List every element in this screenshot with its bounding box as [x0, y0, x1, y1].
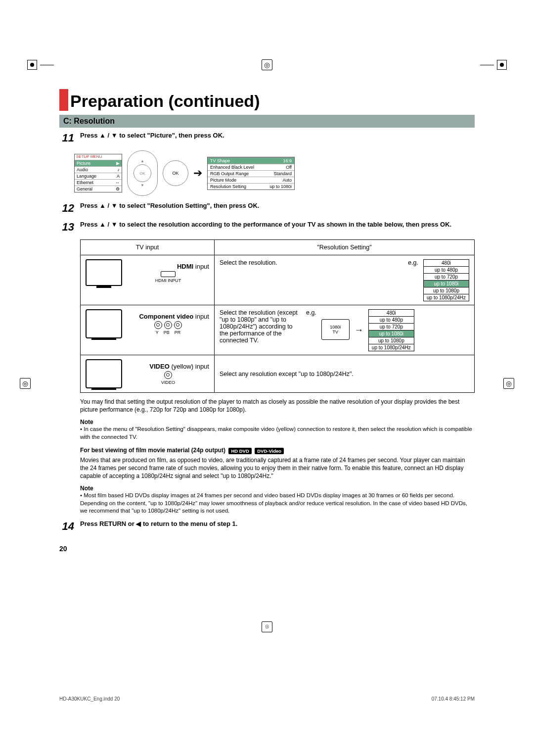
note-heading: Note	[80, 485, 475, 492]
connector-label: Y	[156, 330, 159, 335]
instruction-text: Select any resolution except "up to 1080…	[214, 355, 474, 393]
arrow-right-icon: ➔	[193, 167, 202, 180]
step-text: Press ▲ / ▼ to select the resolution acc…	[80, 221, 475, 228]
instruction-text: Select the resolution.	[220, 259, 403, 266]
resolution-option-selected: up to 1080i	[423, 280, 469, 287]
resolution-option: up to 480p	[368, 316, 414, 324]
crt-tv-icon	[86, 309, 122, 338]
resolution-option: up to 1080p	[423, 287, 469, 294]
page-title: Preparation (continued)	[59, 89, 475, 111]
setup-menu-item: General⚙	[75, 186, 122, 192]
film-heading: For best viewing of film movie material …	[80, 447, 225, 454]
remote-ok-icon: OK	[163, 160, 188, 186]
submenu-row: TV Shape16:9	[208, 157, 294, 164]
resolution-option: 480i	[423, 259, 469, 267]
submenu-row: Picture ModeAuto	[208, 177, 294, 183]
mini-tv-icon: 1080iTV	[321, 319, 350, 340]
step-number: 13	[59, 221, 74, 234]
step-number: 11	[59, 132, 74, 144]
eg-label: e.g.	[408, 259, 418, 266]
footer-left: HD-A30KUKC_Eng.indd 20	[59, 696, 120, 702]
input-type-label: VIDEO (yellow) input	[127, 363, 209, 370]
resolution-option-selected: up to 1080i	[368, 330, 414, 337]
crt-tv-icon	[86, 359, 122, 388]
connector-label: VIDEO	[161, 380, 175, 385]
setup-menu-item: Picture▶	[75, 160, 122, 166]
title-accent-bar	[59, 89, 68, 111]
resolution-options: 480i up to 480p up to 720p up to 1080i u…	[423, 259, 469, 301]
flat-tv-icon	[86, 259, 122, 286]
table-header: "Resolution Setting"	[214, 240, 474, 255]
note-text: • Most film based HD DVDs display images…	[80, 492, 475, 515]
hd-dvd-badge: HD DVD	[228, 448, 251, 454]
resolution-option: up to 480p	[423, 266, 469, 274]
setup-menu-label: SETUP MENU	[75, 154, 122, 160]
section-heading: C: Resolution	[59, 115, 475, 128]
resolution-table: TV input "Resolution Setting" HDMI input…	[80, 239, 475, 393]
dvd-video-badge: DVD-Video	[255, 448, 284, 454]
resolution-options: 480i up to 480p up to 720p up to 1080i u…	[368, 309, 414, 351]
setup-menu-item: LanguageA	[75, 173, 122, 179]
resolution-option: up to 720p	[368, 323, 414, 331]
resolution-option: up to 1080p/24Hz	[423, 294, 469, 301]
input-type-label: HDMI input	[127, 263, 209, 270]
step-number: 12	[59, 202, 74, 215]
resolution-option: up to 1080p/24Hz	[368, 344, 414, 351]
resolution-option: 480i	[368, 309, 414, 317]
footer-right: 07.10.4 8:45:12 PM	[432, 696, 475, 702]
body-text: You may find that setting the output res…	[80, 398, 475, 414]
note-text: • In case the menu of "Resolution Settin…	[80, 425, 475, 441]
table-header: TV input	[81, 240, 215, 255]
note-heading: Note	[80, 419, 475, 425]
step-number: 14	[59, 520, 74, 533]
body-text: Movies that are produced on film, as opp…	[80, 456, 475, 480]
resolution-option: up to 720p	[423, 273, 469, 281]
step11-diagram: SETUP MENU Picture▶ Audio♪ LanguageA Eth…	[74, 150, 475, 196]
submenu-row: Enhanced Black LevelOff	[208, 164, 294, 170]
connector-label: HDMI INPUT	[155, 278, 181, 283]
eg-label: e.g.	[306, 309, 316, 316]
step-text: Press ▲ / ▼ to select "Resolution Settin…	[80, 202, 475, 209]
setup-menu: SETUP MENU Picture▶ Audio♪ LanguageA Eth…	[74, 154, 122, 192]
submenu-row: Resolution Settingup to 1080i	[208, 183, 294, 189]
setup-menu-item: Audio♪	[75, 166, 122, 173]
step-text: Press RETURN or ◀ to return to the menu …	[80, 520, 475, 527]
step-text: Press ▲ / ▼ to select "Picture", then pr…	[80, 132, 475, 139]
connector-label: PB	[164, 330, 170, 335]
submenu-row: RGB Output RangeStandard	[208, 170, 294, 177]
picture-submenu: TV Shape16:9 Enhanced Black LevelOff RGB…	[207, 157, 295, 190]
connector-label: PR	[175, 330, 181, 335]
page-number: 20	[59, 545, 475, 553]
input-type-label: Component video input	[127, 313, 209, 320]
setup-menu-item: Ethernet↔	[75, 179, 122, 186]
remote-updown-icon: ▲▼	[127, 150, 158, 196]
instruction-text: Select the resolution (except "up to 108…	[220, 309, 301, 344]
arrow-right-icon: →	[355, 325, 363, 335]
resolution-option: up to 1080p	[368, 337, 414, 344]
